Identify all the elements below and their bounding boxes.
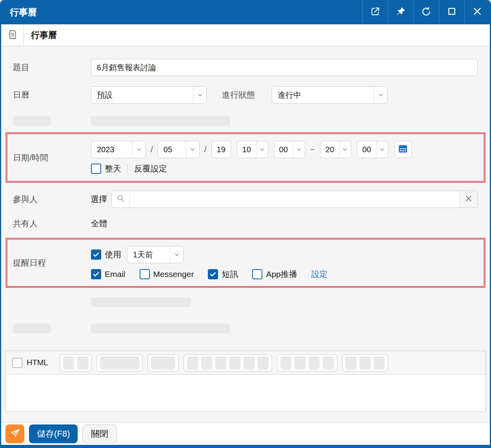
placeholder-bar: [91, 297, 191, 307]
placeholder-row: [1, 324, 490, 333]
time-range-separator: ~: [310, 145, 315, 154]
search-icon-cell: [112, 191, 130, 208]
close-button[interactable]: 關閉: [82, 424, 117, 443]
toolbar-placeholder-group: [96, 354, 143, 372]
year-select[interactable]: 2023: [91, 141, 146, 158]
recurrence-button[interactable]: 反覆設定: [134, 163, 167, 174]
calendar-picker-button[interactable]: [395, 141, 412, 158]
calendar-label: 日曆: [13, 89, 91, 100]
email-label: Email: [105, 270, 125, 279]
paper-plane-icon: [10, 428, 20, 440]
shared-value: 全體: [91, 218, 107, 229]
chevron-down-icon: [256, 141, 268, 158]
status-label: 進行狀態: [222, 89, 255, 100]
tab-bar: 行事曆: [1, 24, 490, 46]
participants-search-field: [111, 191, 478, 208]
calendar-icon: [398, 144, 408, 156]
reminder-channels-row: Email Messenger 短訊 App推播: [91, 269, 484, 280]
start-minute-select[interactable]: 00: [274, 141, 305, 158]
close-icon: [472, 6, 482, 18]
divider: [127, 164, 128, 174]
reminder-use-row: 使用 1天前: [91, 246, 484, 263]
datetime-highlight-box: 日期/時間 2023 / 05 /: [5, 132, 486, 183]
date-separator: /: [151, 145, 153, 154]
app-push-label: App推播: [266, 269, 297, 280]
end-minute-value: 00: [357, 145, 376, 154]
channel-messenger: Messenger: [140, 269, 194, 279]
placeholder-row: [1, 297, 490, 307]
participants-select-label: 選擇: [91, 194, 107, 205]
calendar-status-row: 日曆 預設 進行狀態 進行中: [1, 86, 490, 104]
chevron-down-icon: [193, 87, 206, 103]
window-bottom-border: [1, 445, 490, 448]
reminder-offset-value: 1天前: [127, 249, 170, 260]
end-minute-select[interactable]: 00: [357, 141, 388, 158]
document-icon-cell: [1, 24, 24, 46]
status-select-value: 進行中: [272, 90, 374, 100]
placeholder-row: [1, 116, 490, 126]
month-value: 05: [158, 145, 186, 154]
maximize-button[interactable]: [439, 0, 464, 24]
chevron-down-icon: [339, 141, 351, 158]
open-in-new-button[interactable]: [362, 0, 388, 24]
channel-app-push: App推播: [252, 269, 297, 280]
status-select[interactable]: 進行中: [272, 86, 387, 104]
date-time-controls: 2023 / 05 / 10: [91, 141, 484, 158]
calendar-select[interactable]: 預設: [91, 86, 207, 104]
day-input[interactable]: [211, 141, 231, 158]
close-window-button[interactable]: [464, 0, 490, 24]
calendar-event-window: 行事曆 行事曆 題目 日曆: [0, 0, 491, 448]
editor-toolbar: HTML: [5, 351, 486, 375]
save-button[interactable]: 儲存(F8): [29, 424, 78, 443]
open-in-new-icon: [370, 6, 380, 18]
html-checkbox[interactable]: [12, 358, 22, 368]
reminder-label: 提醒日程: [13, 257, 91, 268]
start-minute-value: 00: [274, 145, 293, 154]
title-input[interactable]: [91, 59, 478, 76]
reminder-use-checkbox[interactable]: [91, 249, 101, 260]
chevron-down-icon: [132, 141, 145, 158]
send-button[interactable]: [5, 424, 24, 443]
content-editor: HTML: [5, 351, 486, 412]
placeholder-bar: [91, 324, 230, 333]
toolbar-placeholder-group: [277, 354, 337, 372]
footer-bar: 儲存(F8) 關閉: [1, 423, 490, 445]
reminder-offset-select[interactable]: 1天前: [127, 246, 184, 263]
month-select[interactable]: 05: [158, 141, 200, 158]
title-row: 題目: [1, 59, 490, 76]
channel-email: Email: [91, 269, 125, 279]
clear-icon: [465, 195, 473, 204]
date-separator: /: [204, 145, 207, 154]
messenger-checkbox[interactable]: [140, 269, 150, 279]
placeholder-bar: [13, 324, 51, 333]
document-icon: [7, 29, 18, 41]
title-label: 題目: [13, 62, 91, 73]
pin-button[interactable]: [388, 0, 413, 24]
email-checkbox[interactable]: [91, 269, 101, 279]
shared-label: 共有人: [13, 218, 91, 229]
titlebar: 行事曆: [1, 0, 490, 24]
start-hour-value: 10: [237, 145, 256, 154]
html-checkbox-label: HTML: [27, 358, 48, 367]
participants-search-input[interactable]: [130, 191, 459, 208]
chevron-down-icon: [170, 246, 183, 263]
placeholder-bar: [91, 116, 230, 126]
refresh-button[interactable]: [413, 0, 439, 24]
chevron-down-icon: [376, 141, 388, 158]
allday-checkbox[interactable]: [91, 164, 101, 174]
editor-body[interactable]: [5, 375, 486, 412]
toolbar-placeholder-group: [184, 354, 272, 372]
sms-checkbox[interactable]: [208, 269, 218, 279]
tab-calendar[interactable]: 行事曆: [24, 29, 57, 41]
app-push-checkbox[interactable]: [252, 269, 262, 279]
participants-clear-button[interactable]: [459, 191, 477, 208]
channel-sms: 短訊: [208, 269, 238, 280]
toolbar-placeholder-group: [342, 354, 388, 372]
start-hour-select[interactable]: 10: [237, 141, 268, 158]
reminder-settings-link[interactable]: 設定: [311, 269, 328, 280]
sms-label: 短訊: [222, 269, 238, 280]
toolbar-placeholder-group: [60, 354, 92, 372]
messenger-label: Messenger: [153, 270, 194, 279]
chevron-down-icon: [186, 141, 199, 158]
end-hour-select[interactable]: 20: [320, 141, 351, 158]
